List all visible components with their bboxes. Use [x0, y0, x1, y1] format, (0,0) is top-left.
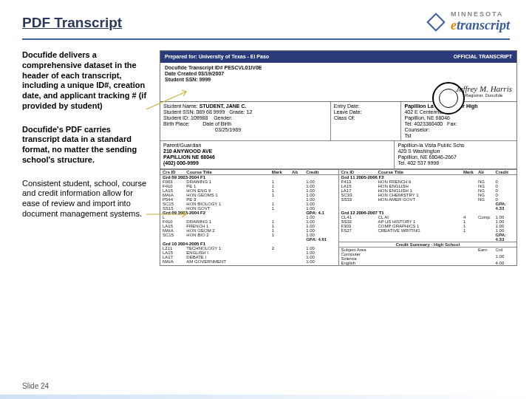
svg-line-1 — [146, 92, 186, 109]
slide-number: Slide 24 — [22, 382, 49, 390]
doc-meta: Docufide Transcript ID# PESCVL01IV0E Dat… — [160, 63, 516, 102]
official-label: OFFICIAL TRANSCRIPT — [454, 54, 512, 60]
logo-word: etranscript — [451, 18, 510, 33]
student-block: Student Name: STUDENT, JANE C. Student S… — [160, 102, 516, 141]
doc-header: Prepared for: University of Texas - El P… — [160, 51, 516, 63]
parent-district-block: Parent/Guardian 210 ANYWOOD AVE PAPILLIO… — [160, 141, 516, 168]
transcript-document: Prepared for: University of Texas - El P… — [160, 50, 517, 266]
arrow-2-icon — [145, 207, 189, 222]
logo-state: MINNESOTA — [451, 10, 510, 18]
description-column: Docufide delivers a comprehensive datase… — [22, 50, 149, 266]
svg-rect-0 — [428, 13, 445, 30]
registrar-signature: Jeffrey M. Harris Registrar, Docufide — [456, 85, 512, 98]
course-table: Crs IDCourse TitleMarkAbCreditGrd 09 200… — [160, 169, 516, 265]
transcript-id: Docufide Transcript ID# PESCVL01IV0E — [165, 65, 512, 71]
brand-logo: MINNESOTA etranscript — [426, 10, 510, 33]
footer-bar — [0, 395, 532, 399]
date-created: Date Created 03/19/2007 — [165, 71, 512, 77]
arrow-1-icon — [145, 89, 189, 118]
prepared-for: Prepared for: University of Texas - El P… — [165, 54, 269, 59]
student-ssn: Student SSN: 9999 — [165, 77, 512, 83]
bullet-2: Docufide's PDF carries transcript data i… — [22, 125, 149, 166]
bullet-3: Consistent student, school, course and c… — [22, 179, 149, 219]
diamond-icon — [426, 12, 446, 33]
bullet-1: Docufide delivers a comprehensive datase… — [22, 50, 149, 112]
